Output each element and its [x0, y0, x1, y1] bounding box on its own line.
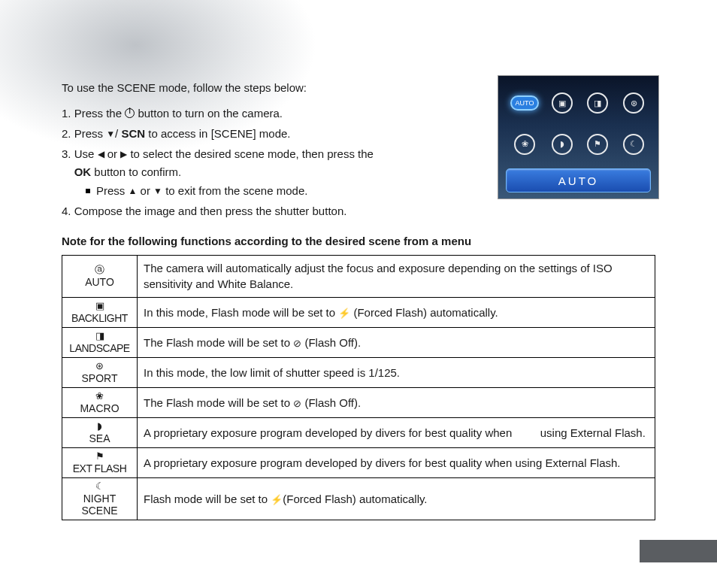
triangle-left-icon: ◀ [98, 147, 104, 162]
bullet-icon [86, 189, 90, 193]
cell-landscape-label: ◨ LANDSCAPE [62, 328, 138, 358]
flash-off-icon: ⊘ [293, 398, 301, 409]
preview-icon-backlight: ▣ [552, 92, 573, 114]
cell-night-label: ☾ NIGHT SCENE [62, 478, 138, 520]
cell-backlight-label: ▣ BACKLIGHT [62, 298, 138, 328]
auto-icon: ⓐ [64, 265, 135, 276]
table-row: ❀ MACRO The Flash mode will be set to ⊘ … [62, 388, 655, 418]
cell-auto-desc: The camera will automatically adjust the… [138, 255, 655, 298]
cell-landscape-desc: The Flash mode will be set to ⊘ (Flash O… [138, 328, 655, 358]
table-row: ◗ SEA A proprietary exposure program dev… [62, 418, 655, 448]
scene-table: ⓐ AUTO The camera will automatically adj… [62, 255, 655, 521]
triangle-down-icon: ▼ [153, 184, 162, 199]
preview-mode-label: AUTO [506, 168, 651, 192]
flash-icon: ⚡ [271, 494, 283, 505]
triangle-down-icon: ▼ [106, 127, 115, 142]
table-row: ⓐ AUTO The camera will automatically adj… [62, 255, 655, 298]
triangle-right-icon: ▶ [120, 147, 127, 162]
night-icon: ☾ [64, 481, 135, 493]
sea-icon: ◗ [64, 421, 135, 432]
power-icon [125, 108, 135, 118]
preview-icon-sea: ◗ [552, 134, 573, 155]
cell-auto-label: ⓐ AUTO [62, 255, 138, 298]
preview-icon-auto: AUTO [510, 95, 539, 111]
preview-icon-landscape: ◨ [587, 92, 608, 114]
cell-backlight-desc: In this mode, Flash mode will be set to … [138, 298, 655, 328]
table-row: ▣ BACKLIGHT In this mode, Flash mode wil… [62, 298, 655, 328]
table-row: ⊛ SPORT In this mode, the low limit of s… [62, 358, 655, 388]
flash-icon: ⚡ [338, 308, 350, 319]
preview-icon-macro: ❀ [514, 134, 535, 155]
cell-night-desc: Flash mode will be set to ⚡(Forced Flash… [138, 478, 655, 520]
macro-icon: ❀ [64, 391, 135, 402]
triangle-up-icon: ▲ [129, 184, 138, 199]
flash-off-icon: ⊘ [293, 338, 301, 349]
table-row: ◨ LANDSCAPE The Flash mode will be set t… [62, 328, 655, 358]
cell-extflash-label: ⚑ EXT FLASH [62, 448, 138, 478]
cell-sport-desc: In this mode, the low limit of shutter s… [138, 358, 655, 388]
table-row: ⚑ EXT FLASH A proprietary exposure progr… [62, 448, 655, 478]
cell-macro-label: ❀ MACRO [62, 388, 138, 418]
step-4: 4. Compose the image and then press the … [62, 202, 655, 221]
scene-preview-panel: AUTO ▣ ◨ ⊛ ❀ ◗ ⚑ ☾ AUTO [498, 75, 659, 199]
footer-tab [640, 540, 717, 562]
preview-icon-night: ☾ [623, 134, 644, 155]
extflash-icon: ⚑ [64, 451, 135, 462]
cell-sea-desc: A proprietary exposure program developed… [138, 418, 655, 448]
sport-icon: ⊛ [64, 361, 135, 372]
landscape-icon: ◨ [64, 331, 135, 342]
backlight-icon: ▣ [64, 301, 135, 312]
preview-icon-sport: ⊛ [623, 92, 644, 114]
note-heading: Note for the following functions accordi… [62, 235, 655, 247]
table-row: ☾ NIGHT SCENE Flash mode will be set to … [62, 478, 655, 520]
cell-sea-label: ◗ SEA [62, 418, 138, 448]
cell-extflash-desc: A proprietary exposure program developed… [138, 448, 655, 478]
cell-sport-label: ⊛ SPORT [62, 358, 138, 388]
cell-macro-desc: The Flash mode will be set to ⊘ (Flash O… [138, 388, 655, 418]
preview-icon-extflash: ⚑ [587, 134, 608, 155]
